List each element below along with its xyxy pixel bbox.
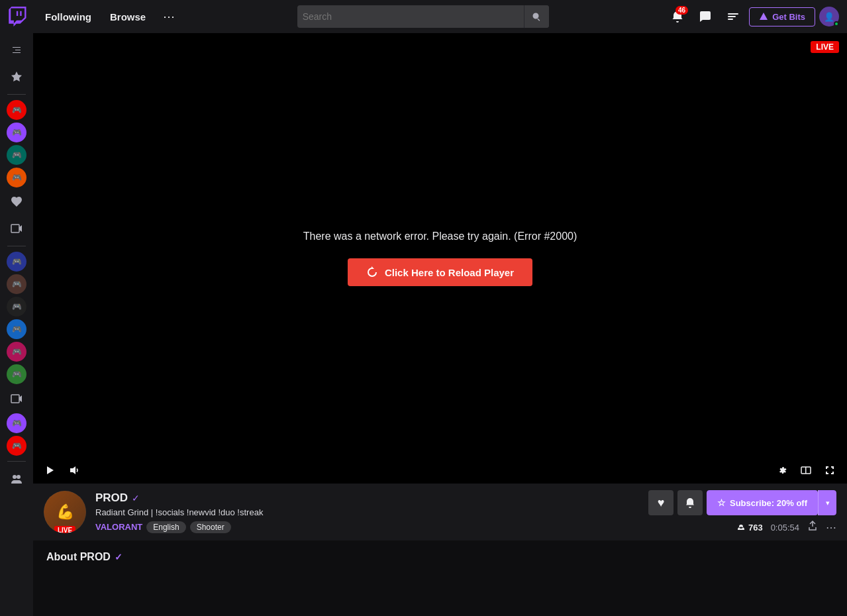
twitch-logo[interactable]: [8, 7, 28, 26]
more-options-button[interactable]: ⋯: [826, 521, 836, 534]
notifications-button[interactable]: 46: [666, 5, 689, 28]
verified-icon: ✓: [132, 493, 140, 503]
stream-tags: VALORANT English Shooter: [95, 521, 639, 533]
sidebar-item-avatar-11[interactable]: 🎮: [7, 413, 26, 433]
sidebar-video-2[interactable]: [5, 387, 28, 411]
sidebar-divider-1: [7, 94, 26, 95]
action-buttons: ♥ ☆ Subscribe: 20% off ▾: [648, 490, 836, 515]
sidebar-item-avatar-2[interactable]: 🎮: [7, 123, 26, 142]
expand-sidebar-button[interactable]: [5, 38, 28, 62]
svg-rect-0: [17, 11, 18, 16]
topnav: Following Browse ⋯ 46: [0, 0, 847, 33]
stream-info-bar: 💪 LIVE PROD ✓ Radiant Grind | !socials !…: [33, 484, 847, 540]
streamer-name-row: PROD ✓: [95, 491, 639, 505]
messages-button[interactable]: [693, 5, 717, 28]
content-area: LIVE There was a network error. Please t…: [33, 33, 847, 616]
stream-meta: 763 0:05:54 ⋯: [736, 521, 836, 534]
sidebar-favorites[interactable]: [5, 65, 28, 89]
svg-rect-8: [11, 395, 19, 403]
stream-uptime: 0:05:54: [771, 523, 799, 533]
streamer-name[interactable]: PROD: [95, 491, 128, 505]
svg-rect-4: [728, 19, 733, 20]
svg-rect-3: [728, 16, 736, 17]
whispers-button[interactable]: [721, 5, 745, 28]
sidebar-divider-3: [7, 461, 26, 462]
sidebar-item-avatar-9[interactable]: 🎮: [7, 342, 26, 362]
online-dot: [834, 21, 839, 26]
search-input[interactable]: [303, 11, 524, 22]
topnav-right: 46 Get Bits 👤: [666, 5, 839, 28]
about-title: About PROD ✓: [46, 551, 834, 563]
search-button[interactable]: [524, 5, 549, 28]
more-nav[interactable]: ⋯: [158, 5, 180, 28]
svg-marker-12: [372, 266, 374, 269]
follow-button[interactable]: ♥: [648, 490, 673, 515]
sidebar-item-avatar-10[interactable]: 🎮: [7, 364, 26, 384]
sidebar-item-avatar-5[interactable]: 🎮: [7, 252, 26, 272]
svg-marker-5: [760, 13, 768, 20]
following-nav[interactable]: Following: [38, 7, 98, 26]
game-tag[interactable]: VALORANT: [95, 522, 142, 532]
browse-nav[interactable]: Browse: [103, 7, 152, 26]
sidebar-teams[interactable]: [5, 467, 28, 491]
sidebar-item-avatar-7[interactable]: 🎮: [7, 297, 26, 317]
stream-info-right: ♥ ☆ Subscribe: 20% off ▾: [648, 490, 836, 534]
svg-rect-6: [11, 225, 19, 232]
user-avatar[interactable]: 👤: [819, 7, 839, 26]
sidebar-divider-2: [7, 246, 26, 246]
svg-point-11: [17, 475, 21, 479]
search-container: [185, 5, 660, 28]
notify-button[interactable]: [677, 490, 703, 515]
streamer-avatar[interactable]: 💪 LIVE: [44, 491, 86, 533]
viewer-count-value: 763: [748, 523, 763, 533]
reload-player-button[interactable]: Click Here to Reload Player: [348, 258, 532, 286]
sidebar-item-avatar-8[interactable]: 🎮: [7, 319, 26, 339]
english-tag[interactable]: English: [146, 521, 185, 533]
main-layout: 🎮 🎮 🎮 🎮 🎮 🎮 🎮 🎮 🎮 🎮 🎮: [0, 33, 847, 616]
stream-title: Radiant Grind | !socials !newvid !duo !s…: [95, 507, 639, 517]
sidebar-item-avatar-4[interactable]: 🎮: [7, 168, 26, 187]
notifications-badge: 46: [675, 6, 688, 15]
about-verified-icon: ✓: [115, 552, 123, 562]
get-bits-button[interactable]: Get Bits: [749, 7, 815, 26]
settings-button[interactable]: [773, 461, 791, 480]
sidebar-video-1[interactable]: [5, 217, 28, 240]
sidebar-item-avatar-1[interactable]: 🎮: [7, 100, 26, 120]
sidebar: 🎮 🎮 🎮 🎮 🎮 🎮 🎮 🎮 🎮 🎮 🎮: [0, 33, 33, 616]
shooter-tag[interactable]: Shooter: [190, 521, 231, 533]
subscribe-button[interactable]: ☆ Subscribe: 20% off: [707, 490, 818, 515]
svg-rect-1: [20, 11, 21, 16]
player-error: There was a network error. Please try ag…: [33, 33, 847, 484]
volume-button[interactable]: [65, 461, 83, 480]
share-button[interactable]: [807, 521, 818, 534]
video-player: LIVE There was a network error. Please t…: [33, 33, 847, 484]
theatre-mode-button[interactable]: [797, 461, 815, 480]
svg-marker-14: [70, 466, 75, 474]
sidebar-item-avatar-12[interactable]: 🎮: [7, 436, 26, 456]
svg-rect-2: [728, 13, 738, 15]
stream-info-main: PROD ✓ Radiant Grind | !socials !newvid …: [95, 491, 639, 533]
live-badge: LIVE: [811, 41, 839, 53]
subscribe-dropdown[interactable]: ▾: [818, 490, 836, 515]
svg-rect-16: [805, 467, 807, 474]
sidebar-esports[interactable]: [5, 190, 28, 214]
player-controls: [33, 457, 847, 484]
viewer-count: 763: [736, 523, 763, 533]
sidebar-item-avatar-3[interactable]: 🎮: [7, 145, 26, 165]
play-button[interactable]: [41, 461, 60, 480]
svg-marker-13: [47, 466, 54, 474]
sidebar-item-avatar-6[interactable]: 🎮: [7, 274, 26, 294]
fullscreen-button[interactable]: [821, 461, 839, 480]
about-section: About PROD ✓: [33, 540, 847, 616]
svg-point-10: [13, 475, 17, 479]
avatar-live-badge: LIVE: [54, 526, 75, 533]
search-wrap: [297, 5, 549, 28]
subscribe-button-group: ☆ Subscribe: 20% off ▾: [707, 490, 836, 515]
error-text: There was a network error. Please try ag…: [303, 231, 577, 242]
